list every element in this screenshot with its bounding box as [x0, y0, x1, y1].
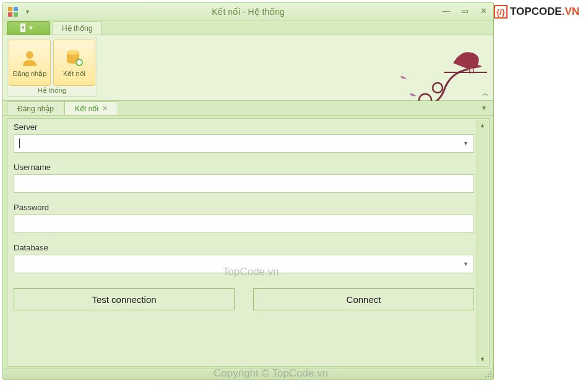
text-cursor — [19, 138, 20, 148]
connect-button[interactable]: Connect — [253, 288, 474, 310]
user-icon — [19, 48, 40, 69]
svg-point-23 — [490, 373, 491, 375]
brand-icon: {/} — [494, 5, 508, 19]
svg-point-17 — [433, 83, 443, 93]
svg-point-25 — [488, 376, 489, 377]
svg-rect-3 — [14, 12, 18, 17]
window-title: Kết nối - Hệ thống — [3, 7, 493, 17]
doc-tab-connect-label: Kết nối — [75, 104, 98, 113]
svg-point-24 — [485, 376, 486, 377]
doc-tab-login-label: Đăng nhập — [17, 104, 54, 113]
svg-rect-15 — [77, 61, 82, 64]
doc-tab-menu-icon[interactable]: ▼ — [481, 104, 487, 111]
server-label: Server — [14, 122, 474, 132]
ribbon-collapse-icon[interactable]: ︽ — [482, 89, 488, 98]
password-input[interactable] — [14, 215, 474, 233]
ribbon-login-label: Đăng nhập — [13, 70, 47, 78]
ribbon-connect-button[interactable]: Kết nối — [53, 40, 95, 86]
svg-rect-7 — [22, 27, 24, 28]
app-window: ▾ Kết nối - Hệ thống — ▭ ✕ Hệ thống Đăng… — [2, 2, 494, 380]
ribbon-tab-system[interactable]: Hệ thống — [53, 21, 102, 35]
svg-rect-8 — [22, 28, 24, 29]
svg-point-21 — [490, 371, 491, 372]
tab-close-icon[interactable]: ✕ — [102, 104, 108, 113]
file-tab[interactable] — [7, 21, 50, 35]
doc-tab-login[interactable]: Đăng nhập — [7, 101, 64, 115]
titlebar: ▾ Kết nối - Hệ thống — ▭ ✕ — [3, 3, 493, 20]
server-combobox[interactable]: ▼ — [14, 134, 474, 153]
scroll-down-icon[interactable]: ▼ — [478, 355, 487, 364]
statusbar — [3, 368, 493, 379]
close-button[interactable]: ✕ — [477, 6, 490, 15]
ribbon-group-system: Đăng nhập Kết nối Hệ thống — [7, 38, 97, 97]
svg-rect-1 — [14, 7, 18, 11]
ribbon-panel: Đăng nhập Kết nối Hệ thống ︽ — [3, 35, 493, 101]
document-tab-strip: Đăng nhập Kết nối ✕ ▼ — [3, 101, 493, 116]
resize-grip-icon[interactable] — [485, 370, 492, 378]
quick-access-toolbar: ▾ — [3, 4, 37, 19]
brand-logo: {/} TOPCODE.VN — [494, 5, 579, 19]
username-label: Username — [14, 163, 474, 172]
scroll-up-icon[interactable]: ▲ — [478, 121, 487, 130]
maximize-button[interactable]: ▭ — [459, 6, 471, 15]
svg-rect-5 — [22, 25, 24, 25]
database-combobox[interactable]: ▼ — [14, 255, 474, 273]
database-label: Database — [14, 243, 474, 252]
ribbon-login-button[interactable]: Đăng nhập — [9, 40, 51, 86]
test-connection-button[interactable]: Test connection — [14, 288, 235, 310]
doc-tab-connect[interactable]: Kết nối ✕ — [64, 101, 118, 115]
svg-rect-2 — [8, 12, 12, 17]
svg-point-12 — [67, 50, 79, 55]
minimize-button[interactable]: — — [440, 6, 452, 15]
password-label: Password — [14, 203, 474, 212]
svg-point-26 — [490, 376, 491, 377]
dropdown-caret-icon: ▼ — [463, 261, 469, 267]
app-icon[interactable] — [7, 6, 19, 18]
svg-point-10 — [26, 51, 33, 59]
username-input[interactable] — [14, 174, 474, 193]
svg-rect-9 — [22, 30, 24, 30]
svg-point-22 — [488, 373, 489, 375]
svg-rect-0 — [8, 7, 12, 11]
vertical-scrollbar[interactable]: ▲ ▼ — [477, 120, 488, 365]
dropdown-caret-icon: ▼ — [463, 140, 469, 147]
qat-dropdown-icon[interactable]: ▾ — [21, 6, 33, 18]
ribbon-tab-strip: Hệ thống — [3, 20, 493, 35]
svg-rect-6 — [22, 26, 24, 27]
ribbon-group-label: Hệ thống — [33, 86, 71, 95]
content-area: Server ▼ Username Password Database ▼ — [7, 118, 490, 367]
database-plus-icon — [64, 48, 85, 69]
connection-form: Server ▼ Username Password Database ▼ — [14, 122, 474, 360]
ribbon-connect-label: Kết nối — [63, 70, 85, 78]
